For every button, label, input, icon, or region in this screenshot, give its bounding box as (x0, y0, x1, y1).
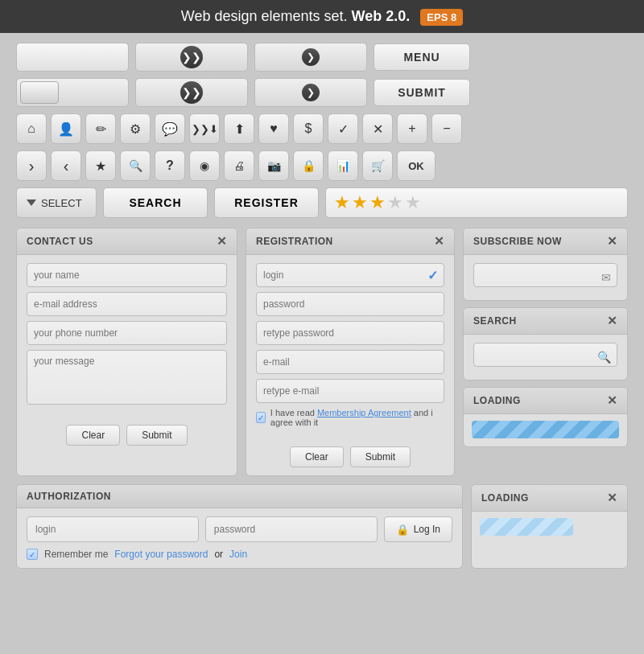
agreement-checkbox[interactable]: ✓ (256, 412, 266, 423)
chevron-down-icon-1: ❯❯ (180, 46, 203, 68)
contact-clear-button[interactable]: Clear (66, 425, 120, 446)
plus-icon-btn[interactable]: + (397, 113, 427, 144)
chevron-down-icon-4: ❯ (302, 84, 320, 101)
star-3[interactable]: ★ (369, 192, 386, 213)
loading-panel-2-header: LOADING ✕ (472, 485, 627, 512)
star-icon-btn[interactable]: ★ (85, 150, 116, 181)
pencil-icon-btn[interactable]: ✏ (85, 113, 116, 144)
registration-panel-title: REGISTRATION (256, 236, 333, 247)
register-action-button[interactable]: REGISTER (214, 187, 319, 218)
arrow-left-icon-btn[interactable]: ‹ (51, 150, 81, 181)
auth-password-input[interactable] (205, 516, 378, 542)
contact-email-input[interactable] (27, 292, 227, 316)
rating-stars[interactable]: ★ ★ ★ ★ ★ (325, 187, 628, 218)
bottom-row: AUTHORIZATION 🔒 Log In ✓ Remember me For… (16, 484, 628, 569)
dropdown-button-1[interactable]: ❯❯ (135, 43, 248, 72)
chevron-down-icon-3: ❯❯ (180, 81, 203, 104)
or-text: or (214, 549, 223, 560)
submit-button[interactable]: SUBMIT (374, 79, 470, 106)
page-header: Web design elements set. Web 2.0. EPS 8 (0, 0, 644, 33)
contact-panel-body (17, 255, 237, 420)
slider-thumb (20, 81, 59, 104)
subscribe-email-input[interactable] (473, 263, 617, 287)
search-panel-body: 🔍 (464, 335, 627, 380)
dropdown-button-3[interactable]: ❯❯ (135, 78, 248, 107)
contact-close-button[interactable]: ✕ (217, 234, 228, 249)
registration-retype-email-input[interactable] (256, 379, 444, 403)
chevron-down-icon-2: ❯ (302, 48, 320, 66)
registration-submit-button[interactable]: Submit (350, 446, 411, 467)
registration-email-input[interactable] (256, 350, 444, 374)
contact-phone-input[interactable] (27, 321, 227, 345)
search-icon-btn[interactable]: 🔍 (120, 150, 151, 181)
print-icon-btn[interactable]: 🖨 (224, 150, 254, 181)
registration-clear-button[interactable]: Clear (290, 446, 344, 467)
user-icon-btn[interactable]: 👤 (51, 113, 81, 144)
chevron-double-down-icon-btn[interactable]: ❯❯⬇ (189, 113, 220, 144)
question-icon-btn[interactable]: ? (155, 150, 185, 181)
forgot-password-link[interactable]: Forgot your password (114, 549, 208, 560)
loading-panel-1-title: LOADING (473, 395, 521, 406)
star-4[interactable]: ★ (387, 192, 403, 213)
chart-icon-btn[interactable]: 📊 (328, 150, 358, 181)
lock-icon: 🔒 (396, 524, 409, 536)
auth-panel: AUTHORIZATION 🔒 Log In ✓ Remember me For… (16, 484, 463, 569)
camera-icon-btn[interactable]: 📷 (258, 150, 289, 181)
search-action-button[interactable]: SEARCH (103, 187, 208, 218)
dollar-icon-btn[interactable]: $ (293, 113, 324, 144)
contact-message-input[interactable] (27, 350, 227, 405)
search-input[interactable] (473, 343, 617, 367)
home-icon-btn[interactable]: ⌂ (16, 113, 47, 144)
select-button[interactable]: SELECT (16, 187, 97, 218)
search-panel: SEARCH ✕ 🔍 (463, 307, 628, 380)
loading-close-button-2[interactable]: ✕ (607, 491, 618, 505)
slider-button[interactable] (16, 78, 129, 107)
gear-icon-btn[interactable]: ⚙ (120, 113, 151, 144)
dropdown-button-2[interactable]: ❯ (254, 43, 367, 72)
ok-button[interactable]: OK (397, 150, 436, 181)
subscribe-close-button[interactable]: ✕ (607, 234, 618, 249)
contact-name-input[interactable] (27, 263, 227, 287)
contact-submit-button[interactable]: Submit (126, 425, 187, 446)
registration-login-input[interactable] (256, 263, 444, 287)
contact-panel-header: CONTACT US ✕ (17, 228, 237, 255)
subscribe-panel-header: SUBSCRIBE NOW ✕ (464, 228, 627, 255)
subscribe-panel-title: SUBSCRIBE NOW (473, 236, 562, 247)
plain-button-1[interactable] (16, 43, 129, 72)
check-icon-btn[interactable]: ✓ (328, 113, 358, 144)
registration-password-input[interactable] (256, 292, 444, 316)
eps-badge: EPS 8 (420, 9, 463, 26)
star-2[interactable]: ★ (352, 192, 368, 213)
search-close-button[interactable]: ✕ (607, 314, 618, 328)
auth-login-button[interactable]: 🔒 Log In (384, 516, 452, 542)
star-5[interactable]: ★ (405, 192, 421, 213)
loading-bar-1 (472, 421, 619, 438)
menu-button[interactable]: MENU (374, 43, 470, 71)
chat-icon-btn[interactable]: 💬 (155, 113, 185, 144)
cart-icon-btn[interactable]: 🛒 (362, 150, 393, 181)
membership-link[interactable]: Membership Agreement (317, 408, 411, 417)
remember-label: Remember me (44, 549, 108, 560)
loading-panel-1: LOADING ✕ (463, 387, 628, 447)
dropdown-button-4[interactable]: ❯ (254, 78, 367, 107)
close-icon-btn[interactable]: ✕ (362, 113, 393, 144)
heart-icon-btn[interactable]: ♥ (258, 113, 289, 144)
lock-icon-btn[interactable]: 🔒 (293, 150, 324, 181)
email-icon: ✉ (601, 271, 611, 284)
loading-panel-2-title: LOADING (481, 492, 529, 504)
registration-close-button[interactable]: ✕ (434, 234, 445, 249)
rss-icon-btn[interactable]: ◉ (189, 150, 220, 181)
registration-retype-password-input[interactable] (256, 321, 444, 345)
arrow-right-icon-btn[interactable]: › (16, 150, 47, 181)
join-link[interactable]: Join (229, 549, 247, 560)
auth-login-input[interactable] (27, 516, 199, 542)
star-1[interactable]: ★ (334, 192, 350, 213)
minus-icon-btn[interactable]: − (431, 113, 462, 144)
remember-checkbox[interactable]: ✓ (27, 549, 38, 560)
registration-panel: REGISTRATION ✕ ✓ ✓ I have read Membershi… (246, 228, 455, 476)
loading-close-button-1[interactable]: ✕ (607, 393, 618, 408)
chevron-double-up-icon-btn[interactable]: ⬆ (224, 113, 254, 144)
icon-grid-row-1: ⌂ 👤 ✏ ⚙ 💬 ❯❯⬇ ⬆ ♥ $ ✓ ✕ + − (16, 113, 628, 144)
icon-grid-row-2: › ‹ ★ 🔍 ? ◉ 🖨 📷 🔒 📊 🛒 OK (16, 150, 628, 181)
triangle-down-icon (27, 199, 36, 206)
